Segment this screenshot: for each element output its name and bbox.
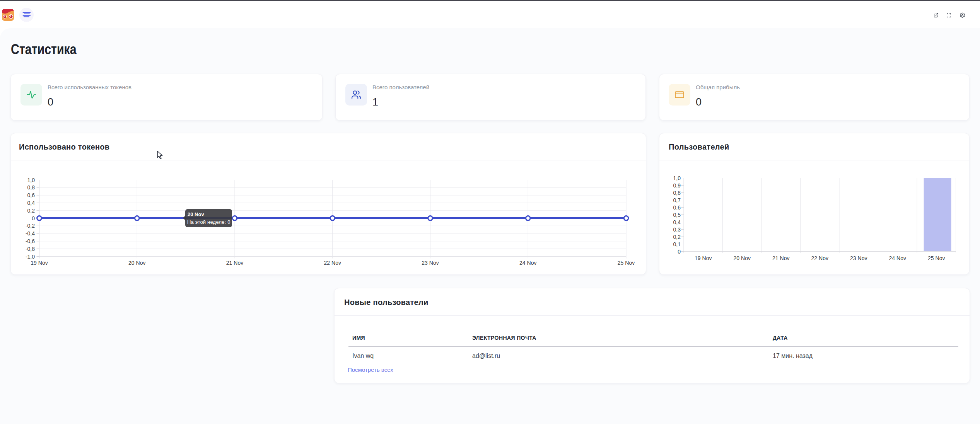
svg-text:0,7: 0,7	[673, 197, 681, 203]
svg-text:22 Nov: 22 Nov	[324, 260, 341, 266]
svg-text:0,4: 0,4	[27, 200, 35, 206]
svg-text:19 Nov: 19 Nov	[31, 260, 48, 266]
svg-text:0: 0	[678, 249, 681, 255]
svg-text:0,8: 0,8	[673, 190, 681, 196]
svg-text:0,3: 0,3	[673, 226, 681, 233]
svg-text:0: 0	[32, 215, 35, 221]
svg-text:0,6: 0,6	[27, 192, 35, 198]
svg-text:0,2: 0,2	[673, 234, 681, 240]
svg-text:19 Nov: 19 Nov	[695, 255, 712, 261]
svg-text:21 Nov: 21 Nov	[226, 260, 243, 266]
svg-text:24 Nov: 24 Nov	[519, 260, 536, 266]
svg-text:-1,0: -1,0	[26, 254, 35, 260]
svg-text:0,1: 0,1	[673, 241, 681, 247]
svg-text:25 Nov: 25 Nov	[618, 260, 635, 266]
svg-text:0,2: 0,2	[27, 208, 35, 214]
svg-text:24 Nov: 24 Nov	[889, 255, 906, 261]
svg-text:23 Nov: 23 Nov	[422, 260, 439, 266]
svg-text:-0,4: -0,4	[26, 230, 35, 237]
svg-text:0,6: 0,6	[673, 204, 681, 211]
svg-text:1,0: 1,0	[673, 175, 681, 181]
svg-text:22 Nov: 22 Nov	[811, 255, 828, 261]
svg-text:20 Nov: 20 Nov	[734, 255, 751, 261]
svg-text:23 Nov: 23 Nov	[850, 255, 867, 261]
svg-text:0,8: 0,8	[27, 184, 35, 191]
svg-text:0,5: 0,5	[673, 212, 681, 218]
svg-text:20 Nov: 20 Nov	[128, 260, 145, 266]
svg-text:-0,6: -0,6	[26, 238, 35, 244]
svg-text:-0,2: -0,2	[26, 223, 35, 229]
svg-text:0,9: 0,9	[673, 182, 681, 189]
svg-text:0,4: 0,4	[673, 219, 681, 225]
svg-text:1,0: 1,0	[27, 177, 35, 183]
svg-text:21 Nov: 21 Nov	[772, 255, 789, 261]
svg-text:-0,8: -0,8	[26, 246, 35, 252]
svg-text:25 Nov: 25 Nov	[928, 255, 945, 261]
